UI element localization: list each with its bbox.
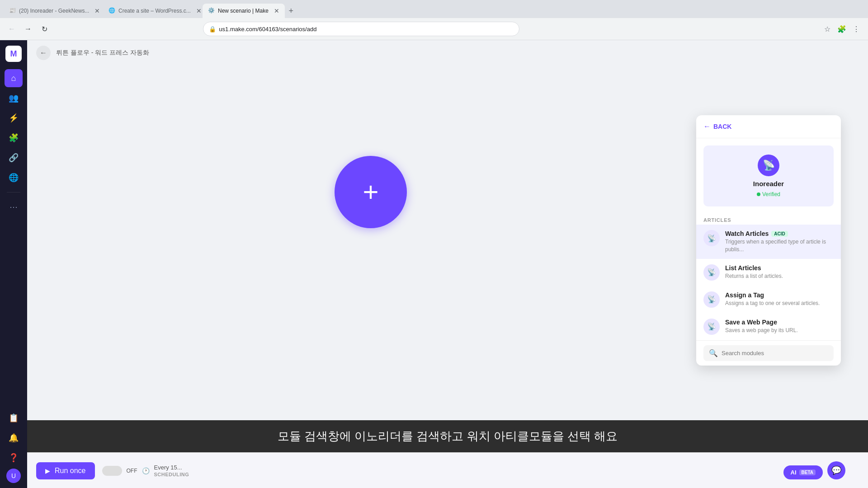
inoreader-name: Inoreader: [753, 180, 784, 188]
module-name-tag: Assign a Tag: [725, 291, 834, 299]
module-info-webpage: Save a Web Page Saves a web page by its …: [725, 319, 834, 334]
chat-icon-button[interactable]: 💬: [827, 461, 845, 479]
acid-badge: ACID: [771, 231, 788, 237]
tab-favicon-1: 📰: [9, 7, 16, 14]
tab-favicon-2: 🌐: [108, 7, 116, 14]
sidebar-item-more[interactable]: ⋯: [5, 198, 23, 216]
toolbar-icons: ☆ 🧩 ⋮: [821, 23, 863, 35]
sidebar-item-templates[interactable]: 📋: [5, 409, 23, 427]
clock-icon: 🕐: [142, 467, 150, 474]
module-item-list-articles[interactable]: 📡 List Articles Returns a list of articl…: [696, 259, 841, 286]
search-area: 🔍: [696, 340, 841, 366]
tab-favicon-3: ⚙️: [208, 7, 215, 14]
module-icon-tag: 📡: [703, 291, 720, 308]
tab-close-2[interactable]: ✕: [196, 7, 202, 14]
plus-icon: +: [363, 178, 378, 206]
module-desc-list: Returns a list of articles.: [725, 272, 834, 280]
play-icon: ▶: [45, 467, 50, 474]
sidebar-divider: [7, 192, 20, 192]
scheduling-info: Every 15... SCHEDULING: [154, 464, 189, 477]
scheduling-toggle[interactable]: [102, 466, 122, 476]
scheduling-area: OFF 🕐 Every 15... SCHEDULING: [102, 464, 189, 477]
sidebar-item-team[interactable]: 👥: [5, 89, 23, 107]
forward-nav-button[interactable]: →: [22, 23, 34, 35]
tab-make[interactable]: ⚙️ New scenario | Make ✕: [203, 4, 285, 18]
inoreader-icon: 📡: [758, 155, 779, 176]
tab-close-1[interactable]: ✕: [94, 7, 100, 14]
module-icon-watch: 📡: [703, 230, 720, 246]
settings-icon[interactable]: ⋮: [850, 23, 863, 35]
verified-dot: [757, 192, 760, 196]
sidebar-item-notifications[interactable]: 🔔: [5, 429, 23, 447]
top-bar: ← 뤼튼 플로우 - 워드 프레스 자동화: [27, 40, 868, 66]
module-name-webpage: Save a Web Page: [725, 319, 834, 326]
module-info-watch: Watch Articles ACID Triggers when a spec…: [725, 230, 834, 253]
main-content: ← 뤼튼 플로우 - 워드 프레스 자동화 + ← BACK �: [27, 40, 868, 488]
scenario-title: 뤼튼 플로우 - 워드 프레스 자동화: [56, 49, 149, 57]
browser-chrome: 📰 (20) Inoreader - GeekNews... ✕ 🌐 Creat…: [0, 0, 868, 40]
reload-button[interactable]: ↻: [38, 23, 51, 35]
ai-button[interactable]: AI BETA: [783, 465, 823, 479]
module-desc-watch: Triggers when a specified type of articl…: [725, 238, 834, 253]
search-icon: 🔍: [709, 349, 718, 357]
lock-icon: 🔒: [209, 26, 216, 33]
toggle-off-label: OFF: [127, 468, 137, 474]
bottom-bar: ▶ Run once OFF 🕐 Every 15... SCHEDULING …: [27, 452, 868, 488]
extension-icon[interactable]: 🧩: [835, 23, 848, 35]
run-once-button[interactable]: ▶ Run once: [36, 462, 95, 479]
address-bar[interactable]: 🔒 us1.make.com/604163/scenarios/add: [203, 22, 519, 36]
new-tab-button[interactable]: +: [285, 5, 297, 17]
panel-back-button[interactable]: ← BACK: [703, 122, 731, 131]
sidebar-item-connections[interactable]: 🔗: [5, 149, 23, 167]
sidebar-item-help[interactable]: ❓: [5, 449, 23, 467]
add-module-button[interactable]: +: [335, 156, 407, 228]
panel-header: ← BACK: [696, 115, 841, 138]
search-input-wrap: 🔍: [703, 345, 834, 361]
make-logo[interactable]: M: [5, 46, 22, 62]
module-icon-list: 📡: [703, 264, 720, 281]
scenario-back-button[interactable]: ←: [36, 46, 51, 60]
back-nav-button[interactable]: ←: [5, 23, 18, 35]
inoreader-card: 📡 Inoreader Verified: [703, 145, 834, 206]
module-desc-tag: Assigns a tag to one or several articles…: [725, 300, 834, 307]
sidebar-item-apps[interactable]: 🧩: [5, 129, 23, 147]
sidebar-item-globe[interactable]: 🌐: [5, 169, 23, 187]
sidebar-item-home[interactable]: ⌂: [5, 69, 23, 87]
module-info-list: List Articles Returns a list of articles…: [725, 264, 834, 280]
star-icon[interactable]: ☆: [821, 23, 834, 35]
section-label: ARTICLES: [696, 214, 841, 225]
search-modules-input[interactable]: [722, 350, 828, 357]
module-icon-webpage: 📡: [703, 319, 720, 335]
subtitle-bar: 모듈 검색창에 이노리더를 검색하고 워치 아티클모듈을 선택 해요: [27, 420, 868, 452]
sidebar-item-scenarios[interactable]: ⚡: [5, 109, 23, 127]
browser-tabs: 📰 (20) Inoreader - GeekNews... ✕ 🌐 Creat…: [0, 0, 868, 18]
app-container: M ⌂ 👥 ⚡ 🧩 🔗 🌐 ⋯ 📋 🔔 ❓ U ← 뤼튼 플로우 - 워드 프레…: [0, 40, 868, 488]
canvas-area[interactable]: + ← BACK 📡 Inoreader Verified: [27, 66, 868, 488]
module-name-list: List Articles: [725, 264, 834, 272]
back-arrow-icon: ←: [703, 122, 711, 131]
sidebar-avatar[interactable]: U: [6, 469, 21, 483]
sidebar-bottom: 📋 🔔 ❓ U: [5, 409, 23, 483]
module-item-save-webpage[interactable]: 📡 Save a Web Page Saves a web page by it…: [696, 313, 841, 340]
module-info-tag: Assign a Tag Assigns a tag to one or sev…: [725, 291, 834, 307]
sidebar: M ⌂ 👥 ⚡ 🧩 🔗 🌐 ⋯ 📋 🔔 ❓ U: [0, 40, 27, 488]
module-item-assign-tag[interactable]: 📡 Assign a Tag Assigns a tag to one or s…: [696, 286, 841, 313]
module-desc-webpage: Saves a web page by its URL.: [725, 327, 834, 334]
tab-inoreader[interactable]: 📰 (20) Inoreader - GeekNews... ✕: [4, 4, 103, 18]
module-name-watch: Watch Articles ACID: [725, 230, 834, 237]
tab-wordpress[interactable]: 🌐 Create a site – WordPress.c... ✕: [103, 4, 203, 18]
module-panel: ← BACK 📡 Inoreader Verified ARTICLES: [696, 115, 841, 366]
verified-badge: Verified: [757, 191, 780, 197]
module-item-watch-articles[interactable]: 📡 Watch Articles ACID Triggers when a sp…: [696, 225, 841, 259]
beta-badge: BETA: [799, 469, 816, 475]
browser-addressbar: ← → ↻ 🔒 us1.make.com/604163/scenarios/ad…: [0, 18, 868, 40]
tab-close-3[interactable]: ✕: [274, 7, 279, 14]
